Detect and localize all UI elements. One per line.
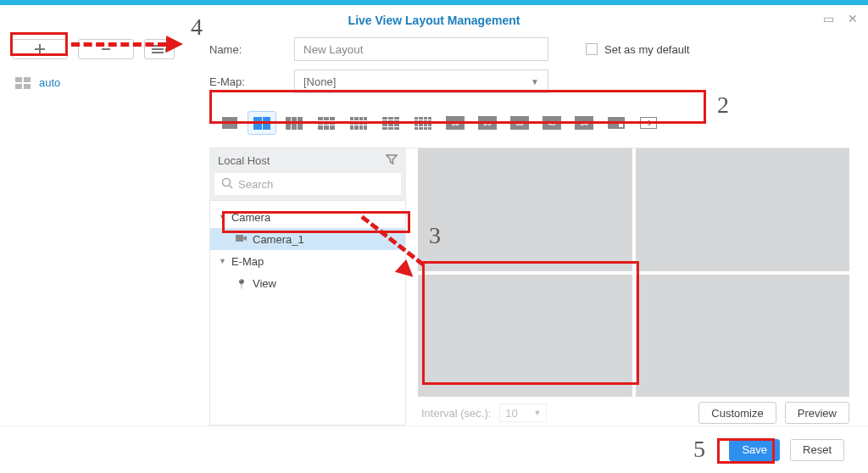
layout-12-button[interactable] — [345, 112, 372, 134]
layout-49-button[interactable]: 49 — [538, 112, 565, 134]
tree-group-emap[interactable]: ▼E-Map — [210, 250, 405, 272]
emap-value: [None] — [303, 75, 336, 88]
preview-button[interactable]: Preview — [785, 402, 849, 424]
sidebar: auto — [0, 31, 191, 426]
interval-select: 10 ▼ — [499, 403, 547, 422]
search-input[interactable]: Search — [214, 173, 401, 195]
svg-rect-1 — [619, 124, 623, 127]
name-input[interactable] — [294, 37, 548, 61]
layout-9-button[interactable] — [313, 112, 340, 134]
window-title: Live View Layout Management — [0, 14, 868, 27]
layout-1x1-button[interactable] — [216, 112, 243, 134]
layout-swap-button[interactable] — [635, 112, 662, 134]
minimize-icon[interactable]: ▭ — [823, 12, 834, 25]
layout-cell[interactable] — [636, 148, 850, 271]
camera-icon — [236, 233, 248, 246]
sidebar-item-label: auto — [39, 76, 60, 89]
layout-64-button[interactable]: 64 — [570, 112, 598, 134]
filter-icon[interactable] — [386, 153, 398, 168]
search-icon — [221, 177, 233, 192]
layout-25-button[interactable]: 25 — [474, 112, 501, 134]
close-icon[interactable]: ✕ — [848, 12, 858, 25]
add-layout-button[interactable] — [12, 39, 68, 59]
layout-6-button[interactable] — [281, 112, 308, 134]
layout-picker-toolbar: 16 25 36 49 64 — [209, 102, 849, 144]
save-button[interactable]: Save — [729, 439, 780, 461]
layout-list-menu-button[interactable] — [144, 39, 175, 59]
source-tree-panel: Local Host Search — [209, 148, 406, 426]
emap-select[interactable]: [None] ▼ — [294, 70, 548, 93]
customize-button[interactable]: Customize — [698, 402, 776, 424]
svg-rect-4 — [236, 235, 243, 242]
layout-36-button[interactable]: 36 — [506, 112, 533, 134]
layout-16grid-button[interactable] — [409, 112, 437, 134]
svg-point-3 — [223, 178, 231, 186]
name-label: Name: — [209, 43, 277, 56]
chevron-down-icon: ▼ — [531, 77, 539, 86]
remove-layout-button[interactable] — [78, 39, 134, 59]
layout-sequence-button[interactable] — [603, 112, 630, 134]
footer-bar: Save Reset — [0, 426, 868, 473]
layout-16-button[interactable]: 16 — [442, 112, 469, 134]
layout-cell[interactable] — [418, 275, 632, 398]
grid-icon — [15, 77, 31, 89]
reset-button[interactable]: Reset — [790, 439, 844, 461]
layout-cell[interactable] — [636, 275, 850, 398]
emap-label: E-Map: — [209, 75, 277, 88]
tree-host-label: Local Host — [218, 154, 270, 167]
layout-preview: Interval (sec.): 10 ▼ Customize Preview — [418, 148, 849, 426]
set-default-checkbox[interactable]: Set as my default — [586, 43, 689, 56]
tree-item-view[interactable]: View — [210, 272, 405, 294]
search-placeholder: Search — [238, 178, 273, 191]
layout-cell[interactable] — [418, 148, 632, 271]
pin-icon — [236, 277, 248, 290]
layout-12b-button[interactable] — [377, 112, 404, 134]
layout-2x2-button[interactable] — [248, 112, 275, 134]
set-default-label: Set as my default — [604, 43, 689, 56]
sidebar-item-auto[interactable]: auto — [12, 73, 179, 92]
content-area: Name: Set as my default E-Map: [None] ▼ — [191, 31, 868, 426]
interval-label: Interval (sec.): — [421, 407, 491, 420]
tree-group-camera[interactable]: ▼Camera — [210, 206, 405, 228]
tree-item-camera-1[interactable]: Camera_1 — [210, 228, 405, 250]
